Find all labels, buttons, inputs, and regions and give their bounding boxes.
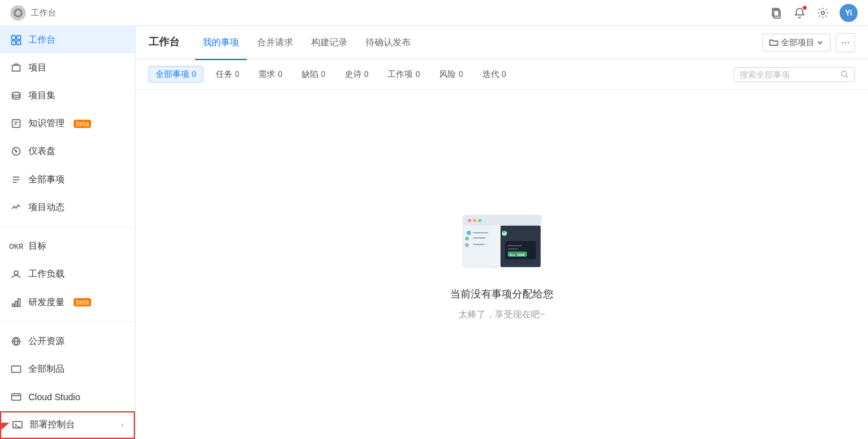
bell-icon[interactable] (793, 6, 806, 19)
user-avatar[interactable]: Yi (840, 4, 858, 22)
svg-text:ALL DONE: ALL DONE (510, 253, 525, 257)
filter-iteration[interactable]: 迭代 0 (475, 66, 513, 83)
svg-rect-30 (473, 232, 488, 233)
filter-defect-label: 缺陷 (302, 69, 318, 80)
copy-icon[interactable] (770, 6, 783, 19)
sidebar-label-deploy-console: 部署控制台 (30, 419, 75, 431)
empty-state-title: 当前没有事项分配给您 (450, 288, 553, 301)
sidebar-item-knowledge[interactable]: 知识管理 beta (0, 110, 135, 138)
sidebar-label-research: 研发度量 (28, 297, 65, 308)
svg-rect-37 (508, 245, 522, 246)
main-tabs: 我的事项 合并请求 构建记录 待确认发布 (195, 26, 747, 59)
chevron-down-icon (817, 39, 823, 46)
search-input[interactable] (739, 70, 836, 80)
sidebar-item-cloud-studio[interactable]: Cloud Studio (0, 383, 135, 411)
svg-point-21 (842, 71, 847, 76)
sidebar-label-public-resources: 公开资源 (28, 336, 65, 347)
all-items-icon (10, 174, 22, 186)
sidebar-item-workbench[interactable]: 工作台 (0, 26, 135, 54)
sidebar-label-dashboard: 仪表盘 (28, 145, 56, 157)
main-header: 工作台 我的事项 合并请求 构建记录 待确认发布 全部项目 ··· (136, 26, 868, 59)
filter-all[interactable]: 全部事项 0 (149, 66, 203, 83)
filter-task-label: 任务 (216, 69, 232, 80)
main-title: 工作台 (149, 36, 180, 49)
filter-workitem[interactable]: 工作项 0 (380, 66, 427, 83)
svg-rect-38 (508, 248, 518, 250)
public-resources-icon (10, 336, 22, 347)
project-select-label: 全部项目 (781, 37, 814, 48)
sidebar-label-okr: 目标 (28, 241, 46, 252)
projects-icon (10, 62, 22, 74)
topbar-left: 工作台 (10, 5, 56, 21)
svg-point-31 (465, 237, 469, 241)
filter-defect-count: 0 (321, 70, 326, 79)
filter-risk[interactable]: 风险 0 (432, 66, 470, 83)
topbar-right: Yi (770, 4, 858, 22)
filter-requirement-count: 0 (278, 70, 282, 79)
svg-point-25 (468, 219, 471, 222)
empty-state-subtitle: 太棒了，享受现在吧~ (459, 309, 545, 321)
filter-task[interactable]: 任务 0 (209, 66, 247, 83)
sidebar-item-research[interactable]: 研发度量 beta (0, 288, 135, 316)
svg-rect-14 (16, 301, 17, 306)
knowledge-beta-badge: beta (74, 120, 91, 128)
tab-my-items[interactable]: 我的事项 (195, 27, 247, 60)
svg-point-26 (473, 219, 477, 222)
sidebar-label-project-dynamics: 项目动态 (28, 202, 65, 213)
sidebar-item-okr[interactable]: OKR 目标 (0, 233, 135, 261)
sidebar-item-project-dynamics[interactable]: 项目动态 (0, 193, 135, 221)
sidebar-item-all-products[interactable]: 全部制品 (0, 355, 135, 383)
sidebar-label-all-items: 全部事项 (28, 174, 65, 186)
filter-risk-label: 风险 (439, 69, 456, 80)
svg-rect-9 (12, 120, 20, 127)
svg-point-33 (465, 243, 469, 247)
filter-requirement-label: 需求 (258, 69, 275, 80)
all-products-icon (10, 363, 22, 375)
sidebar-label-cloud-studio: Cloud Studio (28, 392, 80, 402)
search-box[interactable] (734, 67, 855, 82)
sidebar-item-projects[interactable]: 项目 (0, 54, 135, 81)
search-icon (840, 70, 849, 79)
svg-rect-5 (17, 36, 21, 39)
sidebar-label-workload: 工作负载 (28, 268, 65, 280)
sidebar-item-project-sets[interactable]: 项目集 (0, 81, 135, 109)
sidebar-divider-1 (0, 227, 135, 228)
sidebar-item-all-items[interactable]: 全部事项 (0, 166, 135, 193)
svg-point-8 (12, 92, 20, 96)
svg-rect-29 (467, 231, 471, 235)
sidebar-item-workload[interactable]: 工作负载 (0, 261, 135, 288)
project-sets-icon (10, 90, 22, 102)
topbar-title: 工作台 (31, 7, 56, 19)
tab-pending-publish[interactable]: 待确认发布 (358, 27, 418, 60)
dynamics-icon (10, 202, 22, 213)
svg-point-27 (479, 219, 482, 222)
sidebar-item-dashboard[interactable]: 仪表盘 (0, 138, 135, 166)
svg-point-12 (14, 271, 18, 275)
empty-state: ALL DONE 当前没有事项分配给您 太棒了，享受现在吧~ (136, 90, 868, 439)
sidebar-item-deploy-console[interactable]: 部署控制台 › (0, 411, 135, 439)
filter-defect[interactable]: 缺陷 0 (294, 66, 333, 83)
sidebar-label-all-products: 全部制品 (28, 363, 65, 375)
svg-rect-13 (12, 304, 14, 306)
topbar: 工作台 Yi (0, 0, 868, 26)
filter-story[interactable]: 史诗 0 (338, 66, 376, 83)
research-beta-badge: beta (74, 298, 91, 306)
filter-workitem-count: 0 (415, 70, 420, 79)
filter-iteration-count: 0 (502, 70, 506, 79)
project-select[interactable]: 全部项目 (762, 34, 831, 52)
sidebar-item-public-resources[interactable]: 公开资源 (0, 327, 135, 355)
filter-story-count: 0 (364, 70, 369, 79)
filter-all-count: 0 (192, 70, 196, 79)
deploy-console-chevron: › (121, 420, 123, 429)
filter-risk-count: 0 (459, 70, 463, 79)
filter-requirement[interactable]: 需求 0 (251, 66, 289, 83)
svg-rect-4 (12, 36, 16, 39)
tab-build-records[interactable]: 构建记录 (304, 27, 355, 60)
filter-story-label: 史诗 (345, 69, 362, 80)
tab-merge-requests[interactable]: 合并请求 (249, 27, 301, 60)
sidebar: 工作台 项目 项目集 (0, 26, 136, 439)
main-layout: 工作台 项目 项目集 (0, 26, 868, 439)
sidebar-divider-2 (0, 321, 135, 322)
more-button[interactable]: ··· (836, 33, 855, 52)
settings-icon[interactable] (816, 6, 829, 19)
